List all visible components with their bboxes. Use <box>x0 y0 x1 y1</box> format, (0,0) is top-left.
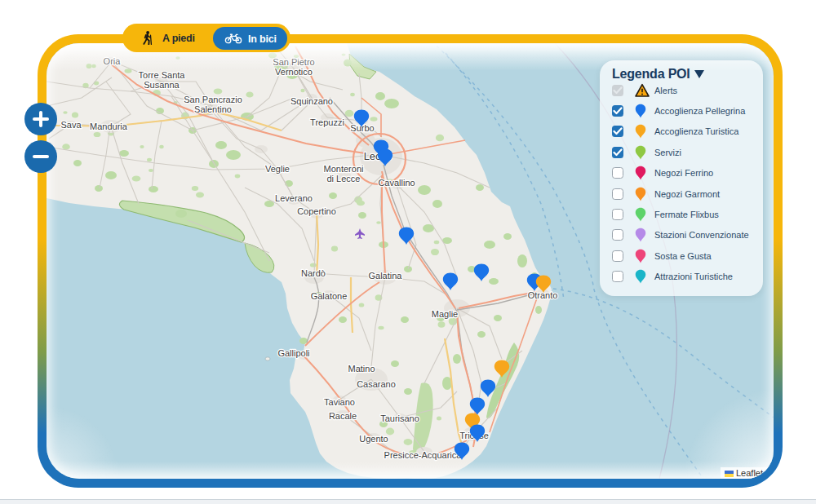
svg-text:Galatone: Galatone <box>311 291 348 301</box>
svg-text:Monteroni: Monteroni <box>324 164 364 174</box>
svg-text:Racale: Racale <box>329 411 357 421</box>
svg-text:Sava: Sava <box>60 120 82 130</box>
svg-text:Leverano: Leverano <box>275 193 313 203</box>
svg-text:Gallipoli: Gallipoli <box>277 348 309 358</box>
svg-text:Ugento: Ugento <box>359 434 388 444</box>
svg-text:Otranto: Otranto <box>528 290 558 300</box>
svg-text:Torre Santa: Torre Santa <box>139 70 186 80</box>
svg-text:Susanna: Susanna <box>144 80 180 90</box>
svg-text:di Lecce: di Lecce <box>327 174 361 183</box>
svg-text:San Pancrazio: San Pancrazio <box>184 95 242 104</box>
svg-text:Nardò: Nardò <box>301 268 326 278</box>
svg-text:San Pietro: San Pietro <box>273 57 314 67</box>
svg-text:Maglie: Maglie <box>432 309 458 319</box>
svg-text:Veglie: Veglie <box>265 164 290 174</box>
svg-text:Vernotico: Vernotico <box>275 67 313 77</box>
svg-text:Presicce-Acquarica: Presicce-Acquarica <box>384 450 463 460</box>
svg-text:Manduria: Manduria <box>90 122 128 131</box>
svg-text:Copertino: Copertino <box>297 206 336 216</box>
svg-text:Squinzano: Squinzano <box>290 96 333 106</box>
svg-text:Casarano: Casarano <box>357 379 396 389</box>
svg-text:Cavallino: Cavallino <box>378 178 415 188</box>
svg-text:Trepuzzi: Trepuzzi <box>310 117 344 127</box>
svg-text:Matino: Matino <box>348 364 375 374</box>
svg-text:Taviano: Taviano <box>324 397 355 407</box>
svg-text:Salentino: Salentino <box>194 104 232 114</box>
svg-text:Oria: Oria <box>104 56 122 66</box>
svg-text:Taurisano: Taurisano <box>380 413 419 423</box>
svg-text:Galatina: Galatina <box>369 271 403 281</box>
